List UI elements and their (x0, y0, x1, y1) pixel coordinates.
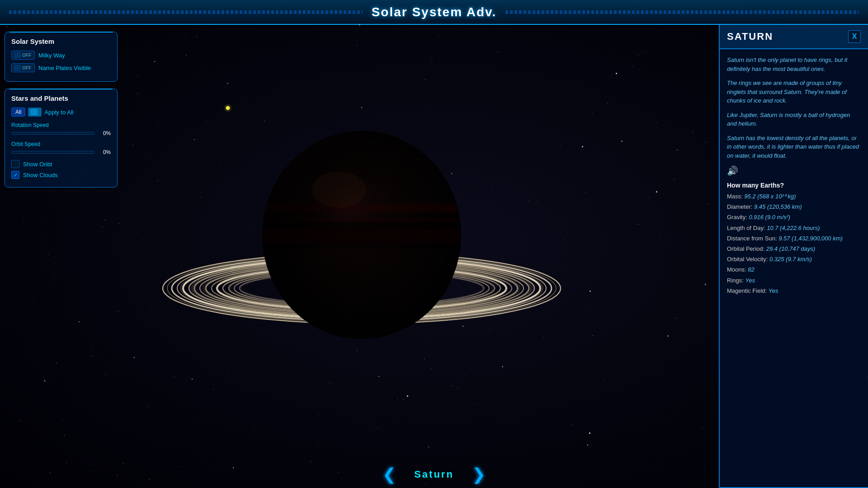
stat-mass-value: 95.2 (568 x 10²⁴ kg) (744, 193, 796, 200)
stat-magnetic: Magentic Field: Yes (727, 287, 861, 295)
solar-system-panel: Solar System OFF Milky Way OFF Name Plat… (5, 32, 118, 82)
stat-magnetic-label: Magentic Field: (727, 287, 769, 294)
show-clouds-label: Show Clouds (23, 172, 58, 178)
rotation-speed-row: 0% (11, 130, 111, 136)
next-planet-button[interactable]: ❯ (472, 465, 486, 484)
prev-planet-button[interactable]: ❮ (382, 465, 396, 484)
description-2: The rings we see are made of groups of t… (727, 79, 861, 105)
stat-mass-label: Mass: (727, 193, 744, 200)
close-button[interactable]: X (848, 30, 861, 43)
saturn-svg (158, 72, 565, 411)
stat-moons-value: 82 (748, 266, 754, 273)
stat-rings-label: Rings: (727, 277, 745, 284)
header: Solar System Adv. (0, 0, 868, 25)
stat-rings-value: Yes (745, 277, 755, 284)
stat-diameter-label: Diameter: (727, 203, 754, 210)
milky-way-row: OFF Milky Way (11, 51, 111, 60)
stat-day-label: Length of Day: (727, 225, 767, 231)
stat-distance: Distance from Sun: 9.57 (1,432,900,000 k… (727, 235, 861, 243)
stat-day-value: 10.7 (4,222.6 hours) (767, 225, 820, 231)
stat-orbital-velocity-value: 0.325 (9.7 km/s) (769, 256, 812, 263)
right-panel-content: Saturn isn't the only planet to have rin… (720, 49, 868, 487)
apply-all-toggle[interactable] (28, 108, 42, 117)
all-apply-row: All Apply to All (11, 108, 111, 117)
stat-distance-value: 9.57 (1,432,900,000 km) (778, 235, 843, 242)
stat-gravity: Gravity: 0.916 (9.0 m/s²) (727, 213, 861, 221)
stat-diameter: Diameter: 9.45 (120,536 km) (727, 203, 861, 211)
right-panel-title: SATURN (727, 31, 773, 42)
name-plates-label: Name Plates Visible (38, 65, 91, 71)
stat-orbital-period-value: 29.4 (10,747 days) (766, 245, 815, 252)
rotation-speed-label: Rotation Speed (11, 122, 111, 128)
orbit-speed-track[interactable] (11, 151, 94, 154)
header-title: Solar System Adv. (372, 5, 497, 19)
right-panel-header: SATURN X (720, 25, 868, 49)
milky-way-state: OFF (22, 53, 31, 58)
milky-way-toggle[interactable]: OFF (11, 51, 35, 60)
description-1: Saturn isn't the only planet to have rin… (727, 56, 861, 73)
stars-planets-panel: Stars and Planets All Apply to All Rotat… (5, 89, 118, 188)
stat-orbital-period: Orbital Period: 29.4 (10,747 days) (727, 245, 861, 253)
description-4: Saturn has the lowest density of all the… (727, 134, 861, 160)
orbit-speed-label: Orbit Speed (11, 141, 111, 147)
stat-orbital-period-label: Orbital Period: (727, 245, 766, 252)
yellow-star (226, 106, 230, 110)
milky-way-label: Milky Way (38, 52, 65, 59)
show-orbit-label: Show Oribt (23, 161, 52, 168)
stat-distance-label: Distance from Sun: (727, 235, 778, 242)
rotation-speed-value: 0% (98, 130, 111, 136)
stat-gravity-label: Gravity: (727, 214, 749, 221)
name-plates-toggle[interactable]: OFF (11, 63, 35, 72)
milky-way-indicator (14, 52, 21, 58)
show-orbit-checkbox[interactable] (11, 160, 19, 168)
orbit-speed-row: 0% (11, 149, 111, 155)
svg-rect-38 (262, 228, 461, 244)
apply-toggle-indicator (30, 109, 38, 115)
stats-section-title: How many Earths? (727, 182, 861, 189)
rotation-speed-track[interactable] (11, 132, 94, 135)
stat-magnetic-value: Yes (769, 287, 778, 294)
all-badge: All (11, 108, 25, 117)
stats-list: Mass: 95.2 (568 x 10²⁴ kg) Diameter: 9.4… (727, 192, 861, 295)
stat-moons: Moons: 82 (727, 266, 861, 274)
stat-gravity-value: 0.916 (9.0 m/s²) (749, 214, 790, 221)
name-plates-state: OFF (22, 66, 31, 70)
speaker-icon[interactable]: 🔊 (727, 165, 861, 176)
stat-diameter-value: 9.45 (120,536 km) (754, 203, 802, 210)
right-panel: SATURN X Saturn isn't the only planet to… (719, 25, 868, 488)
name-plates-indicator (14, 65, 21, 71)
stat-orbital-velocity: Orbital Velocity: 0.325 (9.7 km/s) (727, 255, 861, 263)
show-orbit-row: Show Oribt (11, 160, 111, 168)
svg-point-36 (312, 172, 366, 208)
stat-day: Length of Day: 10.7 (4,222.6 hours) (727, 224, 861, 232)
planet-name-display: Saturn (414, 469, 454, 480)
stat-orbital-velocity-label: Orbital Velocity: (727, 256, 769, 263)
stat-moons-label: Moons: (727, 266, 748, 273)
orbit-speed-value: 0% (98, 149, 111, 155)
stars-planets-title: Stars and Planets (11, 94, 111, 102)
show-clouds-row: ✓ Show Clouds (11, 171, 111, 179)
bottom-nav: ❮ Saturn ❯ (0, 461, 868, 488)
solar-system-title: Solar System (11, 38, 111, 45)
apply-all-label: Apply to All (44, 109, 73, 116)
name-plates-row: OFF Name Plates Visible (11, 63, 111, 72)
stat-mass: Mass: 95.2 (568 x 10²⁴ kg) (727, 192, 861, 201)
stat-rings: Rings: Yes (727, 277, 861, 285)
left-panel: Solar System OFF Milky Way OFF Name Plat… (5, 32, 118, 188)
show-clouds-checkbox[interactable]: ✓ (11, 171, 19, 179)
header-deco-left (9, 10, 363, 14)
description-3: Like Jupiter, Saturn is mostly a ball of… (727, 111, 861, 128)
header-deco-right (505, 10, 859, 14)
